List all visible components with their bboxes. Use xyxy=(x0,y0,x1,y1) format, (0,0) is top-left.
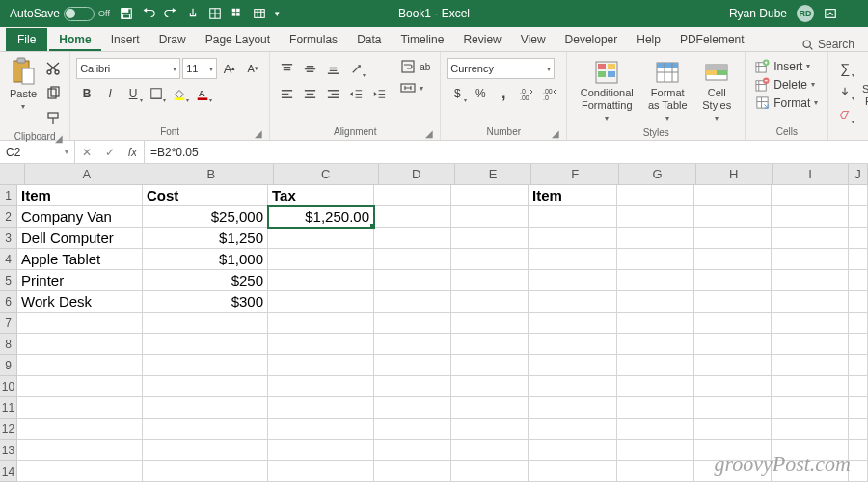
row-head-2[interactable]: 2 xyxy=(0,206,17,228)
cell-B14[interactable] xyxy=(143,461,268,482)
cell-J13[interactable] xyxy=(849,440,868,461)
cell-H1[interactable] xyxy=(694,185,772,206)
cell-A6[interactable]: Work Desk xyxy=(17,291,143,313)
cell-J3[interactable] xyxy=(849,228,868,249)
increase-decimal-icon[interactable]: .0.00 xyxy=(516,83,537,104)
cell-J9[interactable] xyxy=(849,355,868,376)
fill-icon[interactable]: ▾ xyxy=(834,81,855,102)
cell-C2[interactable]: $1,250.00 xyxy=(268,206,374,228)
cell-E7[interactable] xyxy=(451,313,529,334)
cell-A4[interactable]: Apple Tablet xyxy=(17,249,143,270)
cell-G13[interactable] xyxy=(617,440,694,461)
cell-E14[interactable] xyxy=(451,461,529,482)
user-avatar[interactable]: RD xyxy=(797,5,814,22)
bold-button[interactable]: B xyxy=(76,83,97,104)
cell-F8[interactable] xyxy=(529,334,617,355)
select-all-corner[interactable] xyxy=(0,164,25,185)
cell-C14[interactable] xyxy=(268,461,374,482)
cell-C3[interactable] xyxy=(268,228,374,249)
cell-I12[interactable] xyxy=(772,419,849,440)
cell-B3[interactable]: $1,250 xyxy=(143,228,268,249)
cell-I5[interactable] xyxy=(772,270,849,291)
format-painter-icon[interactable] xyxy=(42,108,64,129)
cell-F1[interactable]: Item xyxy=(529,185,617,206)
cell-D6[interactable] xyxy=(374,291,451,313)
alignment-dialog-icon[interactable]: ◢ xyxy=(424,128,434,138)
cell-F5[interactable] xyxy=(529,270,617,291)
col-head-E[interactable]: E xyxy=(455,164,531,185)
enter-formula-icon[interactable]: ✓ xyxy=(105,146,115,159)
row-head-7[interactable]: 7 xyxy=(0,313,17,334)
row-head-11[interactable]: 11 xyxy=(0,397,17,419)
cell-I2[interactable] xyxy=(772,206,849,228)
cell-D14[interactable] xyxy=(374,461,451,482)
cell-B10[interactable] xyxy=(143,376,268,397)
font-size-select[interactable]: 11▾ xyxy=(182,58,217,79)
tab-help[interactable]: Help xyxy=(627,29,670,51)
cell-G12[interactable] xyxy=(617,419,694,440)
col-head-C[interactable]: C xyxy=(274,164,379,185)
clear-icon[interactable]: ▾ xyxy=(834,104,855,125)
cell-B1[interactable]: Cost xyxy=(143,185,268,206)
cell-H5[interactable] xyxy=(694,270,772,291)
align-left-icon[interactable] xyxy=(276,83,297,104)
cell-A13[interactable] xyxy=(17,440,143,461)
col-head-D[interactable]: D xyxy=(379,164,455,185)
cell-J4[interactable] xyxy=(849,249,868,270)
cell-H7[interactable] xyxy=(694,313,772,334)
cell-G11[interactable] xyxy=(617,397,694,419)
format-cells-button[interactable]: Format▾ xyxy=(751,95,822,111)
cell-E8[interactable] xyxy=(451,334,529,355)
tab-page-layout[interactable]: Page Layout xyxy=(196,29,280,51)
cell-H8[interactable] xyxy=(694,334,772,355)
cell-E1[interactable] xyxy=(451,185,529,206)
cell-H10[interactable] xyxy=(694,376,772,397)
number-format-select[interactable]: Currency▾ xyxy=(447,58,555,79)
copy-icon[interactable] xyxy=(42,83,64,104)
cell-C4[interactable] xyxy=(268,249,374,270)
row-head-12[interactable]: 12 xyxy=(0,419,17,440)
formula-input[interactable]: =B2*0.05 xyxy=(145,141,868,163)
cell-J11[interactable] xyxy=(849,397,868,419)
cell-J10[interactable] xyxy=(849,376,868,397)
tab-draw[interactable]: Draw xyxy=(149,29,196,51)
cell-D2[interactable] xyxy=(374,206,451,228)
cell-I10[interactable] xyxy=(772,376,849,397)
decrease-decimal-icon[interactable]: .00.0 xyxy=(539,83,560,104)
cell-H9[interactable] xyxy=(694,355,772,376)
cell-B5[interactable]: $250 xyxy=(143,270,268,291)
tab-home[interactable]: Home xyxy=(49,29,100,51)
tab-data[interactable]: Data xyxy=(347,29,391,51)
cell-D11[interactable] xyxy=(374,397,451,419)
cell-E9[interactable] xyxy=(451,355,529,376)
cell-F2[interactable] xyxy=(529,206,617,228)
col-head-B[interactable]: B xyxy=(149,164,274,185)
cell-G8[interactable] xyxy=(617,334,694,355)
cell-C6[interactable] xyxy=(268,291,374,313)
cell-G5[interactable] xyxy=(617,270,694,291)
cell-E11[interactable] xyxy=(451,397,529,419)
autosum-icon[interactable]: ∑▾ xyxy=(834,58,855,79)
align-middle-icon[interactable] xyxy=(299,58,320,79)
cell-B7[interactable] xyxy=(143,313,268,334)
cell-F6[interactable] xyxy=(529,291,617,313)
cell-J6[interactable] xyxy=(849,291,868,313)
cell-I14[interactable] xyxy=(772,461,849,482)
cell-I6[interactable] xyxy=(772,291,849,313)
cell-F12[interactable] xyxy=(529,419,617,440)
increase-font-icon[interactable]: A▴ xyxy=(219,58,240,79)
cell-A10[interactable] xyxy=(17,376,143,397)
cell-G4[interactable] xyxy=(617,249,694,270)
fill-color-button[interactable]: ▾ xyxy=(169,83,190,104)
cell-A2[interactable]: Company Van xyxy=(17,206,143,228)
cell-B2[interactable]: $25,000 xyxy=(143,206,268,228)
cell-F4[interactable] xyxy=(529,249,617,270)
save-icon[interactable] xyxy=(120,7,133,20)
cell-D7[interactable] xyxy=(374,313,451,334)
cell-F14[interactable] xyxy=(529,461,617,482)
insert-cells-button[interactable]: Insert▾ xyxy=(751,58,814,74)
cell-H2[interactable] xyxy=(694,206,772,228)
col-head-G[interactable]: G xyxy=(619,164,695,185)
merge-center-button[interactable]: ▾ xyxy=(396,79,434,96)
cell-E2[interactable] xyxy=(451,206,529,228)
